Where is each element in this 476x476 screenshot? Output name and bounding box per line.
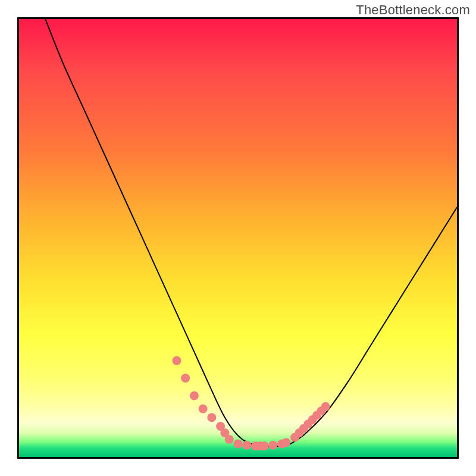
marker-dot: [268, 441, 277, 450]
bottleneck-curve: [45, 19, 457, 446]
marker-dot: [181, 374, 190, 383]
watermark-text: TheBottleneck.com: [356, 2, 470, 18]
chart-svg: [19, 19, 457, 457]
marker-dot: [207, 413, 216, 422]
marker-dot: [242, 441, 251, 450]
marker-dot: [172, 356, 181, 365]
markers-left-cluster: [172, 356, 233, 444]
plot-area: [17, 17, 459, 459]
marker-dot: [199, 405, 208, 414]
marker-dot: [281, 438, 290, 447]
markers-right-cluster: [290, 402, 330, 442]
chart-container: TheBottleneck.com: [0, 0, 476, 476]
curve-layer: [45, 19, 457, 446]
marker-dot: [190, 391, 199, 400]
marker-dot: [225, 435, 234, 444]
marker-dot: [321, 402, 330, 411]
marker-dot: [260, 441, 269, 450]
marker-dot: [234, 439, 243, 448]
